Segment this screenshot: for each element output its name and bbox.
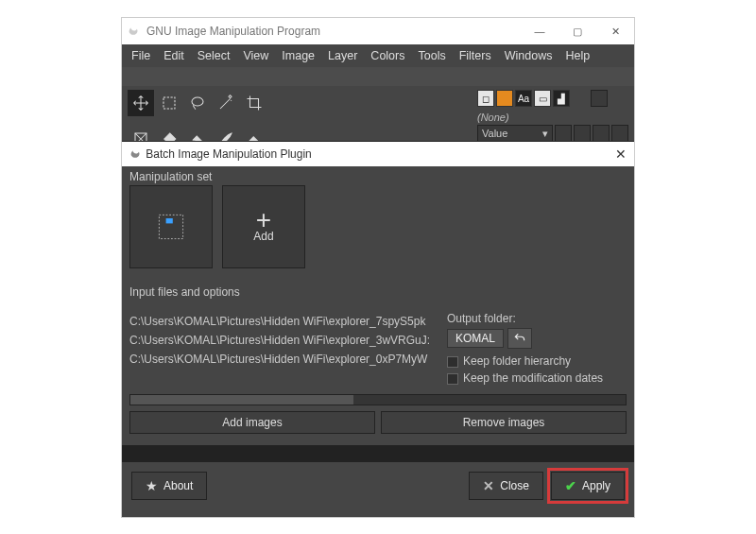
manip-tile-crop[interactable] [129, 185, 213, 268]
value-dropdown[interactable]: Value▾ [477, 125, 553, 142]
titlebar[interactable]: GNU Image Manipulation Program — ▢ ✕ [122, 18, 634, 44]
input-files-label: Input files and options [122, 282, 634, 301]
menu-colors[interactable]: Colors [367, 49, 408, 62]
maximize-button[interactable]: ▢ [558, 18, 596, 44]
svg-point-1 [192, 97, 203, 106]
active-image-none: (None) [477, 112, 628, 123]
svg-rect-5 [166, 218, 173, 223]
remove-images-button[interactable]: Remove images [381, 411, 627, 434]
dock-icon-4[interactable] [611, 125, 628, 142]
separator [122, 445, 634, 462]
file-row[interactable]: C:\Users\KOMAL\Pictures\Hidden WiFi\expl… [129, 350, 439, 369]
output-folder-label: Output folder: [447, 312, 627, 325]
close-icon: ✕ [483, 478, 494, 493]
close-button[interactable]: ✕ Close [469, 472, 543, 500]
tool-wand[interactable] [213, 90, 239, 116]
dock-expand-icon[interactable] [591, 90, 608, 107]
dock-swatch-white-icon[interactable]: ◻ [477, 90, 494, 107]
menu-view[interactable]: View [239, 49, 272, 62]
gimp-main-window: GNU Image Manipulation Program — ▢ ✕ Fil… [121, 17, 635, 518]
app-icon [128, 25, 141, 38]
keep-hierarchy-checkbox[interactable]: Keep folder hierarchy [447, 354, 627, 368]
manip-tile-add[interactable]: + Add [222, 185, 305, 268]
plus-icon: + [256, 211, 271, 230]
dialog-icon [129, 147, 143, 161]
dock-swatch-orange-icon[interactable] [496, 90, 513, 107]
tool-crop[interactable] [241, 90, 267, 116]
check-icon: ✔ [565, 478, 576, 493]
add-images-button[interactable]: Add images [129, 411, 375, 434]
about-button[interactable]: ★ About [131, 472, 207, 500]
keep-dates-checkbox[interactable]: Keep the modification dates [447, 371, 627, 385]
file-list[interactable]: C:\Users\KOMAL\Pictures\Hidden WiFi\expl… [129, 312, 439, 385]
star-icon: ★ [146, 478, 158, 493]
dock-text-icon[interactable]: Aa [515, 90, 532, 107]
menu-file[interactable]: File [128, 49, 154, 62]
close-window-button[interactable]: ✕ [596, 18, 634, 44]
file-row[interactable]: C:\Users\KOMAL\Pictures\Hidden WiFi\expl… [129, 331, 439, 350]
output-folder-chip[interactable]: KOMAL [447, 329, 504, 348]
menubar: File Edit Select View Image Layer Colors… [122, 44, 634, 67]
menu-layer[interactable]: Layer [324, 49, 361, 62]
dock-icon-2[interactable] [574, 125, 591, 142]
output-reset-button[interactable] [507, 328, 532, 349]
menu-filters[interactable]: Filters [455, 49, 495, 62]
menu-windows[interactable]: Windows [501, 49, 557, 62]
dialog-titlebar[interactable]: Batch Image Manipulation Plugin ✕ [122, 142, 634, 166]
file-row[interactable]: C:\Users\KOMAL\Pictures\Hidden WiFi\expl… [129, 312, 439, 331]
progress-bar [129, 394, 627, 405]
menu-edit[interactable]: Edit [160, 49, 188, 62]
manipulation-set-label: Manipulation set [122, 166, 634, 185]
dialog-title: Batch Image Manipulation Plugin [146, 147, 311, 161]
menu-image[interactable]: Image [278, 49, 318, 62]
menu-select[interactable]: Select [194, 49, 234, 62]
app-title: GNU Image Manipulation Program [146, 25, 320, 38]
decoration-strip [122, 67, 634, 86]
dock-icon-1[interactable] [555, 125, 572, 142]
options-panel: Output folder: KOMAL Keep folder hierarc… [447, 312, 627, 385]
apply-button[interactable]: ✔ Apply [551, 472, 625, 500]
dock-doc-icon[interactable]: ▭ [534, 90, 551, 107]
undo-icon [513, 332, 526, 345]
tool-lasso[interactable] [184, 90, 211, 116]
add-label: Add [253, 230, 273, 243]
menu-help[interactable]: Help [561, 49, 593, 62]
dialog-close-icon[interactable]: ✕ [615, 146, 627, 162]
tool-rect-select[interactable] [156, 90, 182, 116]
menu-tools[interactable]: Tools [414, 49, 449, 62]
minimize-button[interactable]: — [521, 18, 558, 44]
crop-preview-icon [154, 210, 188, 244]
svg-rect-0 [163, 97, 175, 109]
dock-hist-icon[interactable]: ▟ [553, 90, 570, 107]
tool-move[interactable] [128, 90, 154, 116]
dock-icon-3[interactable] [593, 125, 610, 142]
batch-dialog: Batch Image Manipulation Plugin ✕ Manipu… [122, 141, 634, 517]
